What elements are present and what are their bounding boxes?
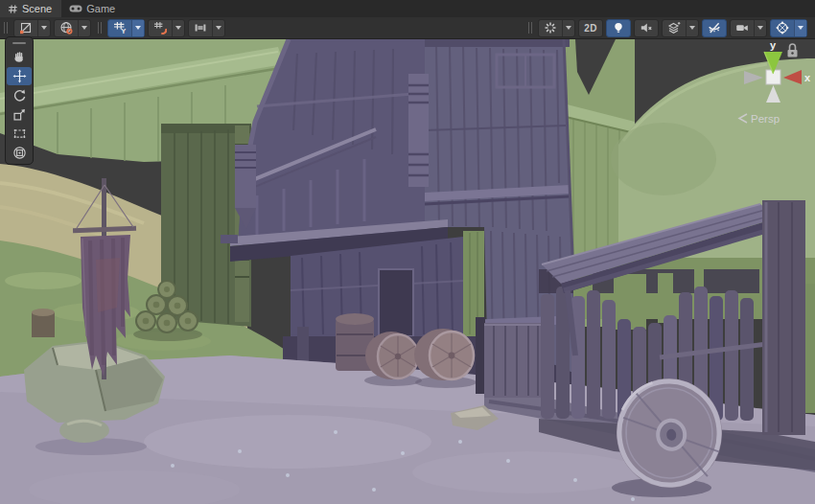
view-hand-tool[interactable] <box>7 48 32 66</box>
scene-toolbar: Y <box>0 17 815 39</box>
dropdown-caret-icon[interactable] <box>212 20 224 36</box>
dropdown-caret-icon[interactable] <box>686 20 698 36</box>
view-options-toolbar: 2D <box>524 19 810 37</box>
scale-icon <box>12 107 27 122</box>
hand-icon <box>12 50 27 64</box>
skybox-dropdown[interactable] <box>54 19 91 37</box>
2d-label: 2D <box>584 23 597 34</box>
layers-sparkle-icon <box>663 20 686 36</box>
lightbulb-icon <box>607 20 630 36</box>
unity-scene-view-window: Scene Game <box>0 0 815 504</box>
tab-scene[interactable]: Scene <box>0 0 61 17</box>
overlay-drag-handle[interactable] <box>528 22 532 34</box>
move-snap-dropdown[interactable] <box>188 19 225 37</box>
scene-visibility-toggle[interactable] <box>702 19 727 37</box>
rotate-icon <box>12 88 27 103</box>
move-arrows-icon <box>12 69 27 83</box>
camera-settings-dropdown[interactable] <box>730 19 767 37</box>
dropdown-caret-icon[interactable] <box>562 20 574 36</box>
rotate-tool[interactable] <box>7 86 32 104</box>
tools-overlay <box>5 36 34 165</box>
axis-y-label: y <box>770 39 777 51</box>
rect-tool[interactable] <box>7 125 32 143</box>
scale-tool[interactable] <box>7 105 32 124</box>
shaded-wireframe-icon <box>14 20 37 36</box>
dropdown-caret-icon[interactable] <box>794 20 806 36</box>
grid-visibility-dropdown[interactable]: Y <box>107 19 145 37</box>
starburst-icon <box>539 20 562 36</box>
wood-door-panel <box>476 317 544 398</box>
eye-hidden-icon <box>703 20 726 36</box>
scene-lighting-toggle[interactable] <box>606 19 631 37</box>
grid-axis-y-icon: Y <box>108 20 131 36</box>
tab-game[interactable]: Game <box>61 0 125 17</box>
globe-icon <box>55 20 78 36</box>
move-tool[interactable] <box>7 67 32 85</box>
dropdown-caret-icon[interactable] <box>131 20 144 36</box>
video-camera-icon <box>731 20 754 36</box>
projection-label: Persp <box>751 113 780 125</box>
gamepad-icon <box>69 4 82 13</box>
transform-icon <box>12 146 27 160</box>
tab-game-label: Game <box>86 3 115 14</box>
rendering-fx-dropdown[interactable] <box>662 19 699 37</box>
overlay-grip-handle[interactable] <box>7 38 32 47</box>
gizmos-dropdown[interactable] <box>770 19 807 37</box>
snap-increment-dropdown[interactable] <box>148 19 185 37</box>
transform-tool[interactable] <box>7 144 32 162</box>
dropdown-caret-icon[interactable] <box>754 20 766 36</box>
dropdown-caret-icon[interactable] <box>78 20 90 36</box>
speaker-muted-icon <box>635 20 658 36</box>
dropdown-caret-icon[interactable] <box>172 20 184 36</box>
scene-viewport[interactable]: y x Persp <box>0 39 815 504</box>
overlay-drag-handle[interactable] <box>4 22 8 34</box>
scene-grid-icon <box>8 4 18 14</box>
2d-mode-toggle[interactable]: 2D <box>578 19 603 37</box>
shading-mode-dropdown[interactable] <box>13 19 51 37</box>
tree-stump <box>32 309 55 337</box>
dropdown-caret-icon[interactable] <box>37 20 50 36</box>
view-tab-bar: Scene Game <box>0 0 815 17</box>
gizmo-sphere-icon <box>771 20 794 36</box>
tab-scene-label: Scene <box>22 3 52 14</box>
axis-x-label: x <box>804 72 811 83</box>
overlay-drag-handle[interactable] <box>98 22 102 34</box>
move-snap-icon <box>189 20 212 36</box>
rect-icon <box>12 126 27 141</box>
svg-text:Y: Y <box>121 27 126 34</box>
scene-audio-toggle[interactable] <box>634 19 659 37</box>
grid-magnet-icon <box>149 20 172 36</box>
effects-dropdown[interactable] <box>538 19 575 37</box>
